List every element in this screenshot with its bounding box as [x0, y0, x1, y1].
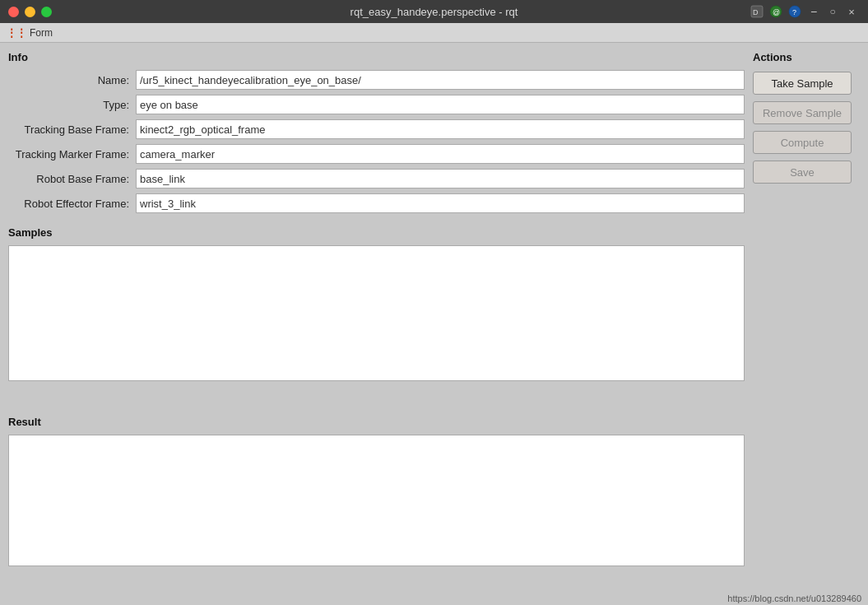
robot-effector-label: Robot Effector Frame:: [8, 198, 136, 210]
maximize-button[interactable]: [41, 7, 52, 17]
tracking-base-input[interactable]: [136, 119, 745, 139]
actions-title: Actions: [753, 51, 860, 63]
result-title: Result: [8, 416, 745, 428]
titlebar-right-area: D @ ? − ○: [749, 4, 860, 19]
titlebar-icons: D @ ? − ○: [749, 4, 860, 19]
tracking-marker-row: Tracking Marker Frame:: [8, 144, 745, 164]
type-row: Type:: [8, 95, 745, 114]
close-button[interactable]: [8, 7, 19, 17]
help-icon[interactable]: ?: [787, 4, 803, 19]
menu-form[interactable]: Form: [30, 27, 53, 39]
compute-button[interactable]: Compute: [753, 131, 852, 154]
samples-box: [8, 245, 745, 381]
statusbar: https://blog.csdn.net/u013289460: [721, 592, 868, 605]
left-panel: Info Name: Type: Tracking Base Frame: Tr…: [8, 51, 745, 597]
tracking-base-label: Tracking Base Frame:: [8, 123, 136, 136]
save-button[interactable]: Save: [753, 161, 852, 184]
samples-title: Samples: [8, 226, 745, 239]
titlebar: rqt_easy_handeye.perspective - rqt D @: [0, 0, 868, 23]
at-icon[interactable]: @: [768, 4, 784, 19]
svg-text:@: @: [773, 8, 780, 16]
restore-icon[interactable]: ○: [824, 4, 841, 19]
result-section: Result: [8, 416, 745, 597]
main-content: Info Name: Type: Tracking Base Frame: Tr…: [0, 43, 868, 605]
type-input[interactable]: [136, 95, 745, 114]
name-input[interactable]: [136, 70, 745, 90]
svg-text:D: D: [753, 8, 759, 16]
remove-sample-button[interactable]: Remove Sample: [753, 101, 852, 124]
tracking-base-row: Tracking Base Frame:: [8, 119, 745, 139]
robot-base-input[interactable]: [136, 169, 745, 188]
robot-base-label: Robot Base Frame:: [8, 173, 136, 185]
robot-base-row: Robot Base Frame:: [8, 169, 745, 188]
take-sample-button[interactable]: Take Sample: [753, 72, 852, 95]
statusbar-text: https://blog.csdn.net/u013289460: [727, 593, 861, 603]
minimize-button[interactable]: [25, 7, 35, 17]
info-section: Info Name: Type: Tracking Base Frame: Tr…: [8, 51, 745, 218]
menubar: ⋮⋮ Form: [0, 23, 868, 43]
window-title: rqt_easy_handeye.perspective - rqt: [350, 6, 518, 18]
window-controls: [8, 7, 52, 17]
robot-effector-input[interactable]: [136, 193, 745, 213]
robot-effector-row: Robot Effector Frame:: [8, 193, 745, 213]
samples-section: Samples: [8, 226, 745, 407]
info-title: Info: [8, 51, 745, 63]
svg-text:?: ?: [792, 8, 796, 16]
type-label: Type:: [8, 99, 136, 111]
name-row: Name:: [8, 70, 745, 90]
close-window-icon[interactable]: ×: [843, 4, 860, 19]
result-box: [8, 435, 745, 566]
name-label: Name:: [8, 74, 136, 86]
menu-icon[interactable]: ⋮⋮: [7, 27, 26, 39]
right-panel: Actions Take Sample Remove Sample Comput…: [753, 51, 860, 597]
tracking-marker-input[interactable]: [136, 144, 745, 164]
perspective-icon[interactable]: D: [749, 4, 765, 19]
dash-icon[interactable]: −: [805, 4, 822, 19]
tracking-marker-label: Tracking Marker Frame:: [8, 148, 136, 161]
